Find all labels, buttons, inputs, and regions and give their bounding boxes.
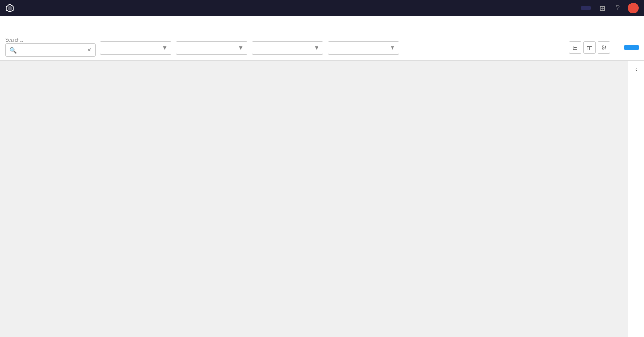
search-input[interactable] <box>18 47 85 53</box>
sponsor-select[interactable]: ▼ <box>328 41 399 55</box>
country-select[interactable]: ▼ <box>252 41 323 55</box>
template-select[interactable]: ▼ <box>100 41 171 55</box>
view-icons: ⊟ 🗑 ⚙ <box>569 41 610 54</box>
kanban-board <box>0 61 628 337</box>
clear-search-icon[interactable]: ✕ <box>87 47 92 53</box>
template-group: ▼ <box>100 40 171 55</box>
template-chevron-icon: ▼ <box>162 45 167 51</box>
business-initiative-chevron-icon: ▼ <box>238 45 243 51</box>
avatar[interactable] <box>628 3 639 13</box>
side-panel-back-button[interactable]: ‹ <box>628 61 644 77</box>
help-icon-button[interactable]: ? <box>613 3 623 13</box>
board-container: ‹ <box>0 61 644 337</box>
dataiku-logo-icon <box>5 4 14 13</box>
instance-button[interactable] <box>581 6 591 10</box>
country-chevron-icon: ▼ <box>314 45 319 51</box>
filter-bar: Search... 🔍 ✕ ▼ ▼ ▼ ▼ <box>0 34 644 61</box>
list-view-button[interactable]: 🗑 <box>583 41 596 54</box>
sponsor-group: ▼ <box>328 40 399 55</box>
grid-view-button[interactable]: ⊟ <box>569 41 581 54</box>
grid-icon-button[interactable]: ⊞ <box>597 3 608 13</box>
top-nav: ⊞ ? <box>0 0 644 16</box>
sponsor-chevron-icon: ▼ <box>390 45 395 51</box>
business-initiative-group: ▼ <box>176 40 247 55</box>
app-logo <box>5 4 17 13</box>
svg-marker-1 <box>8 6 12 11</box>
create-button[interactable] <box>624 45 639 50</box>
side-panel: ‹ <box>628 61 644 337</box>
search-icon: 🔍 <box>9 47 17 54</box>
business-initiative-select[interactable]: ▼ <box>176 41 247 55</box>
filter-view-button[interactable]: ⚙ <box>598 41 610 54</box>
search-label: Search... <box>5 38 96 42</box>
country-group: ▼ <box>252 40 323 55</box>
search-input-wrap[interactable]: 🔍 ✕ <box>5 43 96 57</box>
search-group: Search... 🔍 ✕ <box>5 38 96 57</box>
second-nav <box>0 16 644 34</box>
